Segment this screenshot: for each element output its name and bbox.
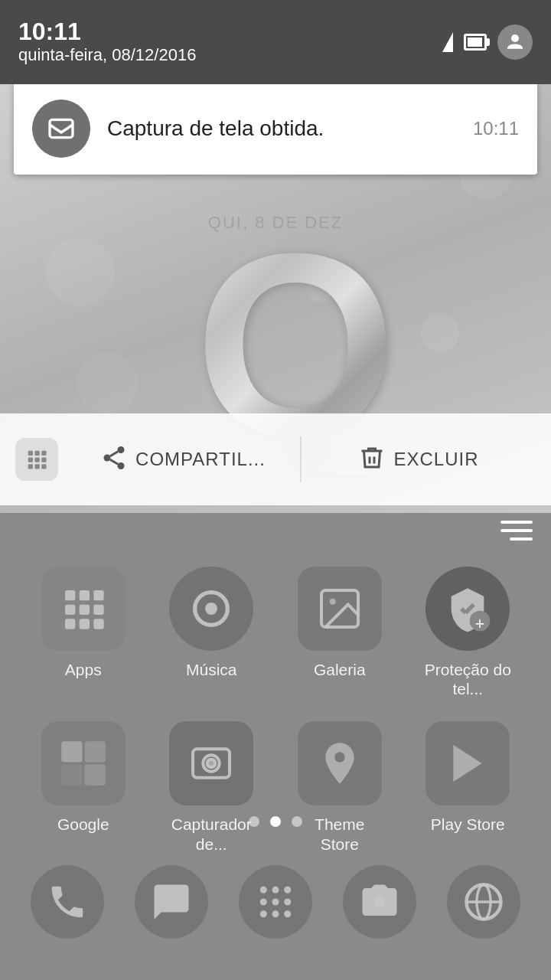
- svg-point-46: [272, 910, 279, 917]
- status-date: quinta-feira, 08/12/2016: [18, 45, 442, 65]
- svg-rect-23: [79, 619, 89, 629]
- page-dots: [249, 816, 302, 827]
- share-label: COMPARTIL...: [135, 449, 266, 470]
- page-dot-2[interactable]: [292, 816, 302, 827]
- ham-line-3: [510, 537, 533, 541]
- dock: [0, 846, 551, 957]
- themestore-icon: [298, 721, 382, 805]
- user-avatar-icon[interactable]: [497, 24, 533, 60]
- gallery-icon: [298, 567, 382, 651]
- app-item-playstore[interactable]: Play Store: [408, 721, 529, 853]
- messages-icon: [135, 865, 208, 939]
- svg-marker-38: [454, 745, 482, 782]
- notification-text: Captura de tela obtida.: [107, 116, 473, 141]
- playstore-icon: [425, 721, 510, 805]
- svg-rect-33: [61, 765, 82, 786]
- status-time-block: 10:11 quinta-feira, 08/12/2016: [18, 18, 442, 66]
- page-dot-0[interactable]: [249, 816, 259, 827]
- notification-title: Captura de tela obtida.: [107, 116, 473, 141]
- svg-text:+: +: [475, 615, 484, 633]
- music-icon: [169, 567, 253, 651]
- app-item-apps[interactable]: Apps: [23, 567, 144, 698]
- notification-icon: [32, 100, 90, 158]
- capture-icon: [169, 721, 253, 805]
- app-item-gallery[interactable]: Galeria: [279, 567, 400, 698]
- svg-point-11: [118, 446, 125, 453]
- svg-rect-17: [79, 590, 89, 600]
- page-dot-1[interactable]: [270, 816, 281, 827]
- svg-line-14: [110, 459, 118, 464]
- camera-dock-icon: [343, 865, 416, 939]
- svg-rect-24: [93, 619, 103, 629]
- notification-time: 10:11: [473, 118, 519, 139]
- svg-rect-20: [79, 605, 89, 615]
- battery-icon: [464, 34, 487, 51]
- svg-point-12: [104, 455, 111, 462]
- svg-point-13: [118, 462, 125, 469]
- svg-rect-10: [41, 464, 46, 469]
- svg-rect-4: [41, 451, 46, 456]
- delete-button[interactable]: EXCLUIR: [302, 436, 536, 482]
- dock-item-launcher[interactable]: [239, 865, 312, 939]
- svg-rect-3: [35, 451, 40, 456]
- google-icon: [41, 721, 126, 805]
- svg-rect-22: [65, 619, 75, 629]
- svg-point-26: [205, 603, 217, 615]
- app-item-google[interactable]: Google: [23, 721, 144, 853]
- dock-item-messages[interactable]: [135, 865, 208, 939]
- svg-point-47: [284, 910, 291, 917]
- status-time: 10:11: [18, 18, 442, 45]
- app-item-music[interactable]: Música: [152, 567, 272, 698]
- svg-point-43: [272, 898, 279, 905]
- svg-point-42: [260, 898, 267, 905]
- svg-rect-19: [65, 605, 75, 615]
- app-grid: Apps Música Galeria + Proteção do tel...: [23, 528, 528, 854]
- browser-icon: [447, 865, 520, 939]
- ham-line-2: [500, 529, 533, 532]
- phone-icon: [31, 865, 104, 939]
- app-label-music: Música: [186, 660, 237, 679]
- dock-item-browser[interactable]: [447, 865, 520, 939]
- wallpaper-date: QUI, 8 DE DEZ: [208, 213, 343, 233]
- svg-rect-21: [93, 605, 103, 615]
- share-icon: [100, 444, 128, 475]
- app-item-protection[interactable]: + Proteção do tel...: [408, 567, 529, 698]
- share-button[interactable]: COMPARTIL...: [66, 436, 300, 482]
- svg-line-15: [110, 452, 118, 456]
- grid-launcher-icon: [239, 865, 312, 939]
- shield-app-icon: +: [425, 567, 510, 651]
- app-label-apps: Apps: [65, 660, 102, 679]
- hamburger-menu[interactable]: [500, 521, 533, 541]
- svg-rect-9: [35, 464, 40, 469]
- svg-rect-8: [28, 464, 33, 469]
- svg-rect-6: [35, 458, 40, 462]
- dock-item-camera[interactable]: [343, 865, 416, 939]
- svg-point-45: [260, 910, 267, 917]
- app-item-capture[interactable]: Capturador de...: [152, 721, 272, 853]
- svg-rect-16: [65, 590, 75, 600]
- dock-item-phone[interactable]: [31, 865, 104, 939]
- app-label-protection: Proteção do tel...: [422, 660, 514, 698]
- status-bar: 10:11 quinta-feira, 08/12/2016: [0, 0, 551, 84]
- apps-grid-small-icon: [15, 438, 58, 481]
- svg-rect-32: [84, 742, 105, 763]
- app-label-gallery: Galeria: [314, 660, 366, 679]
- app-item-themestore[interactable]: Theme Store: [279, 721, 400, 853]
- signal-icon: [442, 32, 453, 52]
- svg-point-44: [284, 898, 291, 905]
- app-label-playstore: Play Store: [431, 815, 505, 834]
- svg-rect-7: [41, 458, 46, 462]
- svg-point-0: [511, 34, 519, 42]
- svg-point-39: [260, 886, 267, 893]
- status-icons: [442, 24, 533, 60]
- svg-rect-31: [61, 742, 82, 763]
- svg-rect-18: [93, 590, 103, 600]
- svg-point-37: [207, 760, 216, 768]
- svg-rect-5: [28, 458, 33, 462]
- svg-point-41: [284, 886, 291, 893]
- delete-icon: [358, 444, 386, 475]
- delete-label: EXCLUIR: [393, 449, 478, 470]
- ham-line-1: [500, 521, 533, 524]
- svg-rect-2: [28, 451, 33, 456]
- notification-card[interactable]: Captura de tela obtida. 10:11: [14, 83, 537, 175]
